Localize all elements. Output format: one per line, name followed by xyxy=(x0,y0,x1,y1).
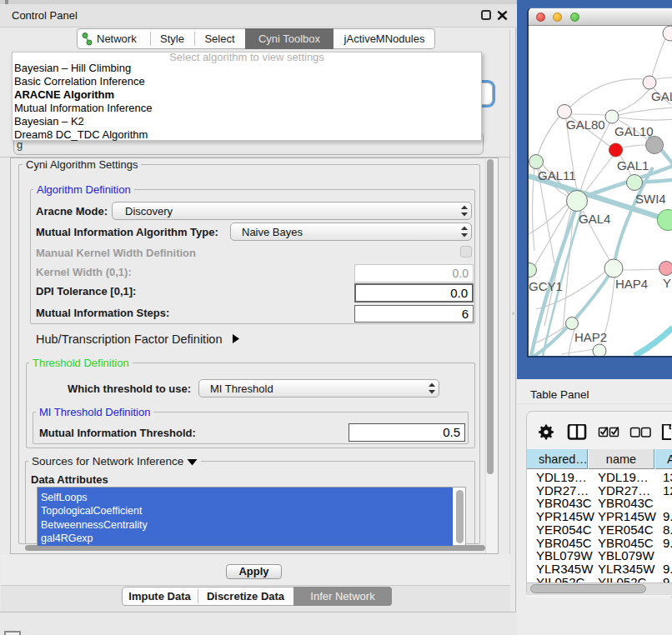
svg-text:GCY1: GCY1 xyxy=(529,279,563,293)
svg-text:GAL4: GAL4 xyxy=(579,212,610,226)
svg-text:GAL11: GAL11 xyxy=(538,168,576,182)
svg-text:Y: Y xyxy=(663,276,671,290)
svg-text:SWI4: SWI4 xyxy=(635,192,666,206)
svg-text:GAL10: GAL10 xyxy=(614,124,654,138)
svg-text:HAP4: HAP4 xyxy=(615,277,648,291)
svg-text:GAL1: GAL1 xyxy=(617,158,649,172)
svg-text:GAL80: GAL80 xyxy=(566,118,605,132)
svg-text:GAL: GAL xyxy=(651,89,672,103)
svg-text:HAP2: HAP2 xyxy=(574,330,607,344)
